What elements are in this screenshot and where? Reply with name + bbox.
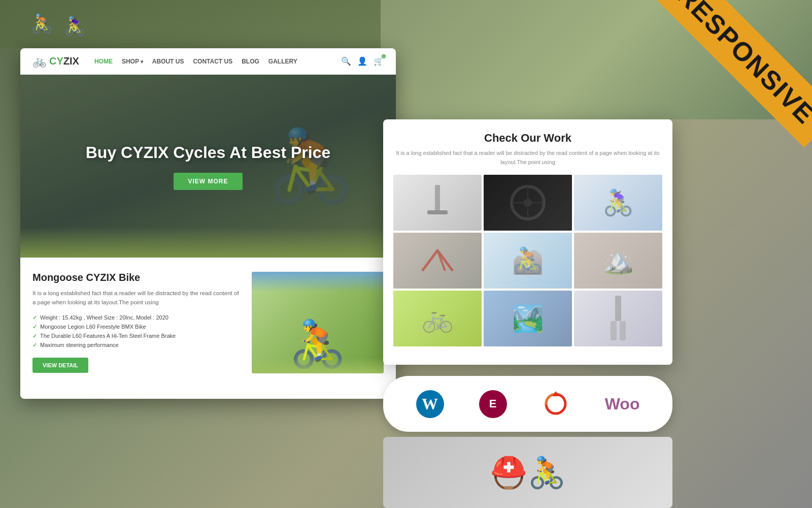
check-icon-1: ✓ <box>32 314 37 321</box>
hero-cta-button[interactable]: VIEW MORE <box>174 173 242 190</box>
right-panel: Check Our Work It is a long established … <box>383 119 672 365</box>
nav-links: HOME SHOP ABOUT US CONTACT US BLOG GALLE… <box>94 58 341 65</box>
svg-rect-8 <box>611 321 617 340</box>
feature-3: ✓ The Durable L60 Features A Hi-Ten Stee… <box>32 333 242 339</box>
logo-text: CYZIX <box>49 55 79 67</box>
svg-rect-0 <box>435 185 440 210</box>
hero-title: Buy CYZIX Cycles At Best Price <box>86 142 331 163</box>
search-icon[interactable]: 🔍 <box>341 56 351 66</box>
product-info: Mongoose CYZIX Bike It is a long establi… <box>32 272 242 373</box>
feature-4: ✓ Maximum steering performance <box>32 342 242 348</box>
feature-2: ✓ Mongoose Legion L60 Freestyle BMX Bike <box>32 324 242 330</box>
check-icon-4: ✓ <box>32 342 37 348</box>
svg-rect-7 <box>615 296 621 321</box>
gallery-item-6[interactable]: 🏔️ <box>574 233 662 289</box>
navigation: 🚲 CYZIX HOME SHOP ABOUT US CONTACT US BL… <box>20 48 396 75</box>
child-theme-logo <box>542 390 570 418</box>
nav-about[interactable]: ABOUT US <box>152 58 184 65</box>
gallery-item-2[interactable] <box>484 175 572 231</box>
nav-gallery[interactable]: GALLERY <box>268 58 297 65</box>
gallery-item-8[interactable]: 🏞️ <box>484 291 572 346</box>
check-work-section: Check Our Work It is a long established … <box>383 119 672 355</box>
gallery-item-3[interactable]: 🚴‍♀️ <box>574 175 662 231</box>
logo[interactable]: 🚲 CYZIX <box>32 55 79 68</box>
user-icon[interactable]: 👤 <box>357 56 367 66</box>
check-icon-3: ✓ <box>32 333 37 339</box>
section-title: Check Our Work <box>393 132 662 145</box>
gallery-grid: 🚴‍♀️ 🚵 🏔️ <box>393 175 662 346</box>
check-icon-2: ✓ <box>32 324 37 330</box>
elementor-logo: E <box>479 390 507 418</box>
nav-home[interactable]: HOME <box>94 58 113 65</box>
logo-icon: 🚲 <box>32 55 46 68</box>
feature-1: ✓ Weight : 15.42kg , Wheel Size : 20Inc,… <box>32 314 242 321</box>
product-features: ✓ Weight : 15.42kg , Wheel Size : 20Inc,… <box>32 314 242 348</box>
gallery-item-9[interactable] <box>574 291 662 346</box>
woocommerce-logo: Woo <box>605 395 640 414</box>
cart-badge-count: 0 <box>382 54 386 58</box>
gallery-item-4[interactable] <box>393 233 482 289</box>
gallery-item-1[interactable] <box>393 175 482 231</box>
logos-panel: W E Woo <box>383 376 672 432</box>
product-image: 🚴 <box>252 272 384 373</box>
gallery-item-7[interactable]: 🚲 <box>393 291 482 346</box>
gallery-item-5[interactable]: 🚵 <box>484 233 572 289</box>
product-description: It is a long established fact that a rea… <box>32 289 242 307</box>
nav-shop[interactable]: SHOP <box>122 58 143 65</box>
bg-biker-left: 🚴 🚴‍♀️ <box>0 0 386 48</box>
browser-window: 🚲 CYZIX HOME SHOP ABOUT US CONTACT US BL… <box>20 48 396 399</box>
product-section: Mongoose CYZIX Bike It is a long establi… <box>20 258 396 388</box>
svg-rect-1 <box>427 210 448 214</box>
nav-icons: 🔍 👤 🛒 0 <box>341 56 384 66</box>
svg-rect-9 <box>620 321 626 340</box>
nav-contact[interactable]: CONTACT US <box>193 58 232 65</box>
helmet-preview: ⛑️🚴 <box>383 437 672 508</box>
hero-section: 🚴 Buy CYZIX Cycles At Best Price VIEW MO… <box>20 75 396 258</box>
cart-icon[interactable]: 🛒 0 <box>374 56 384 66</box>
wordpress-logo: W <box>416 390 444 418</box>
hero-content: Buy CYZIX Cycles At Best Price VIEW MORE <box>86 142 331 190</box>
section-description: It is a long established fact that a rea… <box>393 149 662 167</box>
bg-biker-right: 🚵 <box>381 0 812 119</box>
view-detail-button[interactable]: VIEW DETAIL <box>32 358 88 373</box>
product-title: Mongoose CYZIX Bike <box>32 272 242 283</box>
nav-blog[interactable]: BLOG <box>242 58 259 65</box>
